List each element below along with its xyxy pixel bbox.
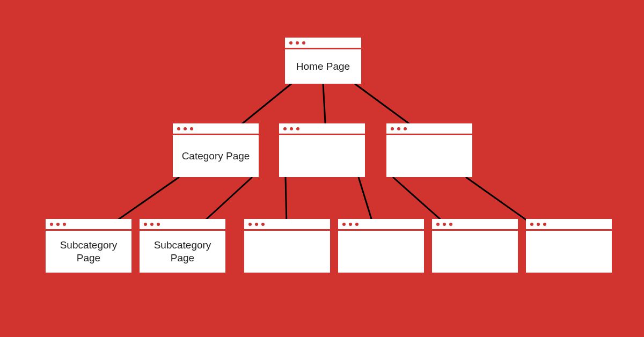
- window-dot-icon: [296, 127, 299, 130]
- page-node-sub1: Subcategory Page: [46, 219, 131, 273]
- browser-titlebar-icon: [279, 123, 365, 135]
- page-node-label: Subcategory Page: [46, 231, 131, 273]
- window-dot-icon: [349, 223, 352, 226]
- page-node-cat2: [279, 123, 365, 177]
- window-dot-icon: [391, 127, 394, 130]
- page-node-sub4: [338, 219, 424, 273]
- page-node-sub5: [432, 219, 518, 273]
- window-dot-icon: [355, 223, 358, 226]
- page-node-label: Category Page: [173, 135, 259, 177]
- window-dot-icon: [177, 127, 180, 130]
- window-dot-icon: [289, 41, 292, 45]
- window-dot-icon: [56, 223, 60, 226]
- page-node-label: [279, 135, 365, 177]
- page-node-cat1: Category Page: [173, 123, 259, 177]
- window-dot-icon: [530, 223, 533, 226]
- page-node-sub6: [526, 219, 612, 273]
- window-dot-icon: [302, 41, 305, 45]
- window-dot-icon: [290, 127, 293, 130]
- window-dot-icon: [342, 223, 346, 226]
- window-dot-icon: [397, 127, 400, 130]
- page-node-label: [526, 231, 612, 273]
- browser-titlebar-icon: [386, 123, 472, 135]
- browser-titlebar-icon: [285, 38, 361, 49]
- page-node-label: [386, 135, 472, 177]
- window-dot-icon: [449, 223, 452, 226]
- window-dot-icon: [443, 223, 446, 226]
- window-dot-icon: [255, 223, 258, 226]
- page-node-label: [244, 231, 330, 273]
- page-node-sub2: Subcategory Page: [140, 219, 225, 273]
- window-dot-icon: [296, 41, 299, 45]
- window-dot-icon: [543, 223, 546, 226]
- window-dot-icon: [404, 127, 407, 130]
- page-node-cat3: [386, 123, 472, 177]
- window-dot-icon: [283, 127, 287, 130]
- window-dot-icon: [190, 127, 193, 130]
- browser-titlebar-icon: [173, 123, 259, 135]
- page-node-home: Home Page: [285, 38, 361, 84]
- page-node-label: Subcategory Page: [140, 231, 225, 273]
- window-dot-icon: [436, 223, 440, 226]
- page-node-label: [338, 231, 424, 273]
- browser-titlebar-icon: [432, 219, 518, 231]
- window-dot-icon: [144, 223, 147, 226]
- window-dot-icon: [157, 223, 160, 226]
- window-dot-icon: [150, 223, 153, 226]
- window-dot-icon: [261, 223, 265, 226]
- window-dot-icon: [537, 223, 540, 226]
- page-node-label: Home Page: [285, 49, 361, 84]
- browser-titlebar-icon: [46, 219, 131, 231]
- page-node-label: [432, 231, 518, 273]
- window-dot-icon: [50, 223, 53, 226]
- window-dot-icon: [184, 127, 187, 130]
- browser-titlebar-icon: [338, 219, 424, 231]
- browser-titlebar-icon: [140, 219, 225, 231]
- window-dot-icon: [248, 223, 252, 226]
- page-node-sub3: [244, 219, 330, 273]
- browser-titlebar-icon: [526, 219, 612, 231]
- browser-titlebar-icon: [244, 219, 330, 231]
- window-dot-icon: [63, 223, 66, 226]
